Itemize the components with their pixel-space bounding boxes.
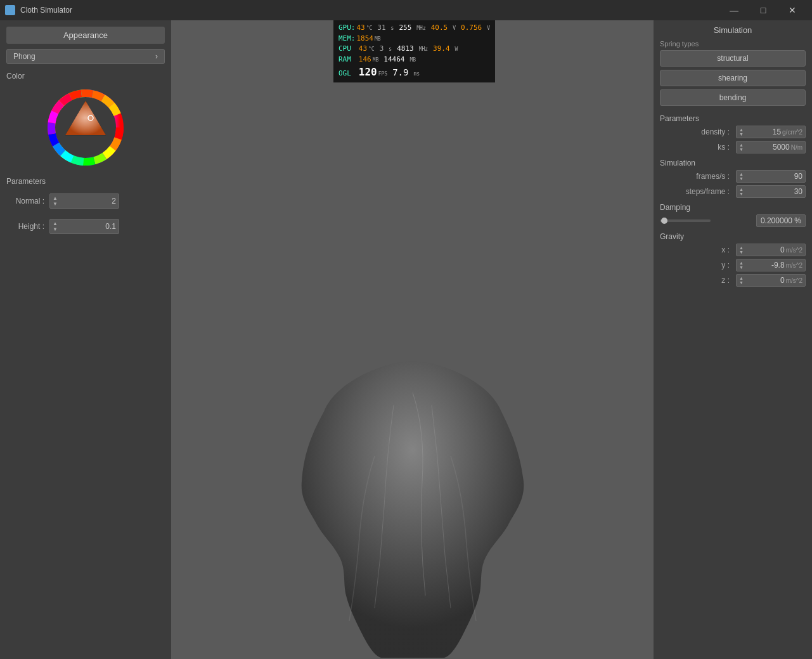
spf-value: 30 [746,187,802,196]
gravity-x-row: x : ▲▼ 0 m/s^2 [660,244,806,256]
gravity-x-label: x : [660,245,733,254]
gravity-y-input[interactable]: ▲▼ -9.8 m/s^2 [736,259,806,271]
color-wheel[interactable] [48,89,124,166]
ks-unit: N/m [791,144,802,151]
gy-arrows[interactable]: ▲▼ [739,261,744,270]
params-section-label: Parameters [660,114,806,123]
gravity-z-row: z : ▲▼ 0 m/s^2 [660,274,806,287]
gravity-y-row: y : ▲▼ -9.8 m/s^2 [660,259,806,271]
fps-arrows[interactable]: ▲▼ [739,172,744,181]
shader-dropdown-row: Phong › [6,49,165,64]
ks-arrows[interactable]: ▲▼ [739,143,744,152]
hud-mem-label: MEM: [338,34,356,44]
gravity-z-unit: m/s^2 [786,277,802,284]
fps-value: 90 [746,172,802,181]
damping-value-box: 0.200000 % [756,214,806,227]
steps-per-frame-row: steps/frame : ▲▼ 30 [660,185,806,198]
height-param-row: Height : ▲▼ 0.1 [6,219,165,234]
spring-types-label: Spring types [660,40,806,48]
gravity-x-value: 0 [746,245,785,254]
damping-value: 0.200000 [761,216,792,225]
frames-per-sec-input[interactable]: ▲▼ 90 [736,170,806,183]
title-bar: Cloth Simulator — □ ✕ [0,0,812,20]
damping-slider-track[interactable] [660,219,711,222]
gx-arrows[interactable]: ▲▼ [739,245,744,254]
viewport[interactable]: GPU: 43 °C 31 s 255 MHz 40.5 V 0.756 V M… [171,20,654,659]
gravity-y-label: y : [660,261,733,270]
steps-per-frame-input[interactable]: ▲▼ 30 [736,185,806,198]
ks-row: ks : ▲▼ 5000 N/m [660,141,806,153]
hud-cpu-temp: 43 [359,44,367,55]
gravity-z-value: 0 [746,276,785,285]
hud-cpu-row: CPU 43 °C 3 s 4813 MHz 39.4 W [338,44,490,55]
hud-ogl-label: OGL [338,69,351,79]
bending-button[interactable]: bending [660,89,806,106]
normal-spin-arrows[interactable]: ▲▼ [53,195,58,207]
chevron-right-icon: › [155,52,158,61]
density-value: 15 [746,127,781,136]
normal-label: Normal : [6,197,44,206]
hud-gpu-label: GPU: [338,23,356,34]
appearance-header: Appearance [6,27,165,44]
normal-input[interactable]: ▲▼ 2 [49,193,119,209]
svg-marker-20 [65,101,106,135]
steps-per-frame-label: steps/frame : [660,187,733,196]
gravity-x-input[interactable]: ▲▼ 0 m/s^2 [736,244,806,256]
normal-param-row: Normal : ▲▼ 2 [6,193,165,209]
hud-ram-val: 146 [359,55,371,65]
height-input[interactable]: ▲▼ 0.1 [49,219,119,234]
hud-gpu-row: GPU: 43 °C 31 s 255 MHz 40.5 V 0.756 V [338,23,490,34]
hud-ram-label: RAM [338,55,351,65]
gravity-section-label: Gravity [660,232,806,241]
window-controls: — □ ✕ [719,0,807,20]
left-panel: Appearance Phong › Color [0,20,171,659]
close-button[interactable]: ✕ [778,0,807,20]
density-input[interactable]: ▲▼ 15 g/cm^2 [736,126,806,138]
simulation-section-label: Simulation [660,159,806,167]
density-arrows[interactable]: ▲▼ [739,127,744,136]
app-icon [5,5,15,15]
hud-ram-row: RAM 146 MB 14464 MB [338,55,490,65]
minimize-button[interactable]: — [719,0,749,20]
sim-panel-title: Simulation [660,25,806,35]
density-row: density : ▲▼ 15 g/cm^2 [660,126,806,138]
density-label: density : [660,127,733,136]
normal-value: 2 [112,197,116,206]
color-section-title: Color [6,72,165,81]
frames-per-sec-label: frames/s : [660,172,733,181]
ks-label: ks : [660,143,733,152]
color-wheel-container [6,89,165,166]
window-title: Cloth Simulator [20,6,719,15]
hud-mem-val: 1854 [356,34,373,44]
right-panel: Simulation Spring types structural shear… [654,20,812,659]
sim-panel: Simulation Spring types structural shear… [654,20,812,659]
damping-row: 0.200000 % [660,214,806,227]
ks-input[interactable]: ▲▼ 5000 N/m [736,141,806,153]
maximize-button[interactable]: □ [749,0,778,20]
height-label: Height : [6,222,44,231]
shearing-button[interactable]: shearing [660,70,806,86]
structural-button[interactable]: structural [660,50,806,67]
ks-value: 5000 [746,143,790,152]
hud-gpu-temp: 43 [356,23,364,34]
gravity-z-input[interactable]: ▲▼ 0 m/s^2 [736,274,806,287]
hud-ogl-row: OGL 120 FPS 7.9 ms [338,65,490,80]
gravity-y-value: -9.8 [746,261,785,270]
frames-per-sec-row: frames/s : ▲▼ 90 [660,170,806,183]
params-section-title: Parameters [6,177,165,186]
shader-dropdown[interactable]: Phong › [6,49,165,64]
damping-slider-wrap [660,219,751,222]
gravity-y-unit: m/s^2 [786,262,802,269]
damping-slider-thumb[interactable] [661,218,667,224]
spf-arrows[interactable]: ▲▼ [739,187,744,196]
density-unit: g/cm^2 [782,129,802,136]
hud-fps-val: 120 [359,65,377,80]
shader-label: Phong [13,52,35,61]
cloth-mesh [299,355,527,659]
gz-arrows[interactable]: ▲▼ [739,276,744,285]
hud-overlay: GPU: 43 °C 31 s 255 MHz 40.5 V 0.756 V M… [333,20,495,82]
hud-mem-row: MEM: 1854 MB [338,34,490,44]
main-area: Appearance Phong › Color [0,20,812,659]
damping-unit: % [794,216,801,225]
height-spin-arrows[interactable]: ▲▼ [53,221,58,232]
